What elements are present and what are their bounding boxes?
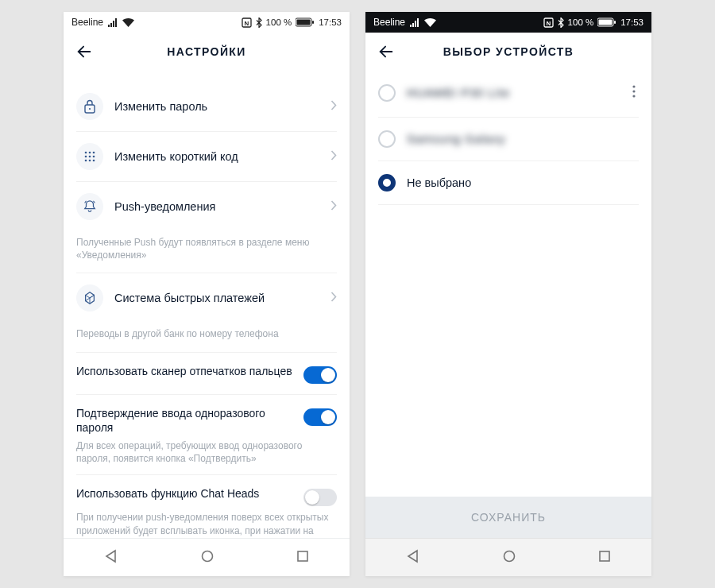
device-option-2[interactable]: Samsung Galaxy (378, 118, 639, 161)
app-header: НАСТРОЙКИ (64, 33, 350, 69)
svg-rect-3 (297, 20, 311, 25)
sbp-description: Переводы в другой банк по номеру телефон… (76, 323, 337, 352)
nfc-icon: N (242, 17, 252, 28)
svg-rect-17 (298, 551, 307, 561)
row-label: Изменить пароль (114, 100, 319, 113)
signal-icon (107, 18, 118, 27)
toggle-label: Использовать сканер отпечатков пальцев (76, 364, 296, 378)
row-label: Система быстрых платежей (114, 292, 319, 304)
svg-text:N: N (244, 19, 249, 26)
radio-unchecked[interactable] (378, 130, 396, 148)
svg-point-6 (89, 108, 91, 110)
back-button[interactable] (73, 41, 95, 63)
toggle-otp-confirm: Подтверждение ввода одноразового пароля (76, 395, 337, 439)
radio-unchecked[interactable] (378, 84, 396, 102)
toggle-label: Подтверждение ввода одноразового пароля (76, 406, 296, 435)
switch-otp[interactable] (303, 408, 337, 426)
svg-point-25 (632, 95, 635, 97)
svg-point-8 (89, 152, 91, 154)
phone-settings: Beeline N 100 % 17:53 НАСТРОЙКИ Изменить… (64, 12, 350, 576)
svg-rect-4 (312, 21, 314, 24)
svg-point-26 (504, 551, 514, 561)
save-button[interactable]: СОХРАНИТЬ (365, 497, 651, 538)
page-title: ВЫБОР УСТРОЙСТВ (397, 45, 620, 58)
more-icon[interactable] (629, 82, 639, 104)
toggle-fingerprint: Использовать сканер отпечатков пальцев (76, 353, 337, 389)
page-title: НАСТРОЙКИ (95, 45, 318, 58)
bell-icon (76, 193, 103, 220)
battery-icon (296, 17, 315, 27)
svg-point-12 (93, 156, 95, 158)
radio-checked[interactable] (378, 174, 396, 191)
lock-icon (76, 93, 103, 120)
nfc-icon: N (543, 17, 554, 28)
toggle-chat-heads: Использовать функцию Chat Heads (76, 475, 337, 511)
chevron-right-icon (330, 291, 337, 305)
svg-point-14 (89, 160, 91, 162)
row-sbp[interactable]: Система быстрых платежей (76, 273, 337, 323)
svg-rect-21 (599, 20, 613, 25)
nav-back[interactable] (406, 549, 420, 567)
android-navbar (64, 538, 350, 576)
device-option-none[interactable]: Не выбрано (378, 161, 639, 205)
svg-point-7 (85, 152, 87, 154)
save-label: СОХРАНИТЬ (471, 511, 546, 524)
device-label: Samsung Galaxy (407, 133, 639, 145)
android-navbar (365, 538, 651, 576)
svg-point-16 (202, 551, 212, 561)
carrier-label: Beeline (373, 17, 405, 28)
chevron-right-icon (330, 199, 337, 214)
svg-point-15 (93, 160, 95, 162)
carrier-label: Beeline (72, 17, 103, 28)
nav-recent[interactable] (598, 550, 611, 566)
svg-point-9 (93, 152, 95, 154)
bluetooth-icon (256, 17, 262, 28)
bluetooth-icon (558, 17, 564, 28)
arrow-left-icon (75, 43, 93, 60)
signal-icon (409, 18, 420, 27)
toggle-label: Использовать функцию Chat Heads (76, 486, 296, 501)
arrow-left-icon (377, 43, 395, 60)
back-button[interactable] (375, 41, 397, 63)
nav-home[interactable] (502, 549, 516, 567)
push-description: Полученные Push будут появляться в разде… (76, 231, 337, 273)
chevron-right-icon (330, 149, 337, 164)
nav-recent[interactable] (296, 550, 309, 566)
nav-back[interactable] (104, 549, 118, 567)
battery-label: 100 % (568, 17, 594, 27)
nav-home[interactable] (200, 549, 214, 567)
settings-scroll[interactable]: Изменить пароль Изменить короткий код Pu… (64, 69, 350, 538)
time-label: 17:53 (620, 17, 644, 27)
row-label: Push-уведомления (114, 200, 319, 213)
device-label: Не выбрано (407, 176, 639, 189)
svg-rect-22 (614, 21, 616, 24)
svg-point-23 (632, 85, 635, 87)
device-option-1[interactable]: HUAWEI P30 Lite (378, 69, 639, 118)
row-change-password[interactable]: Изменить пароль (76, 82, 337, 132)
row-change-shortcode[interactable]: Изменить короткий код (76, 132, 337, 182)
row-label: Изменить короткий код (114, 150, 319, 163)
svg-point-11 (89, 156, 91, 158)
svg-point-10 (85, 156, 87, 158)
switch-chat-heads[interactable] (303, 489, 337, 506)
switch-fingerprint[interactable] (303, 366, 337, 384)
sbp-icon (76, 284, 103, 311)
time-label: 17:53 (319, 17, 342, 27)
otp-description: Для всех операций, требующих ввод однора… (76, 439, 337, 475)
svg-rect-27 (600, 551, 609, 561)
device-list[interactable]: HUAWEI P30 Lite Samsung Galaxy Не выбран… (365, 69, 651, 497)
svg-text:N: N (546, 19, 551, 26)
battery-label: 100 % (266, 17, 292, 27)
wifi-icon (424, 18, 436, 27)
phone-device-select: Beeline N 100 % 17:53 ВЫБОР УСТРОЙСТВ HU… (365, 12, 651, 576)
battery-icon (597, 17, 616, 27)
app-header: ВЫБОР УСТРОЙСТВ (365, 33, 651, 69)
status-bar: Beeline N 100 % 17:53 (64, 12, 350, 33)
chevron-right-icon (330, 99, 337, 114)
keypad-icon (76, 143, 103, 170)
status-bar: Beeline N 100 % 17:53 (365, 12, 651, 33)
row-push-notifications[interactable]: Push-уведомления (76, 182, 337, 231)
svg-point-24 (632, 90, 635, 92)
wifi-icon (122, 18, 134, 27)
svg-point-13 (85, 160, 87, 162)
